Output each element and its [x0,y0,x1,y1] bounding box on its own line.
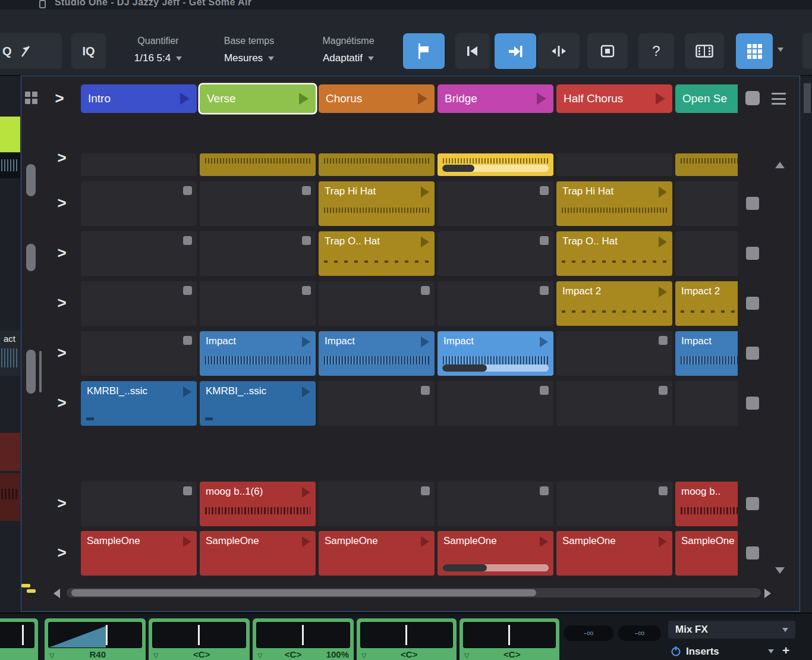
scroll-left-icon[interactable] [53,589,60,598]
scene-play-icon[interactable] [656,93,665,105]
right-scrollbar-fragment[interactable] [804,83,811,113]
clip-stop-button[interactable] [659,386,668,395]
clip-stop-button[interactable] [302,236,311,245]
scene-play-icon[interactable] [418,93,427,105]
clip-sampleone[interactable]: SampleOne [81,531,197,576]
empty-clip-slot[interactable] [200,231,316,276]
clip-play-icon[interactable] [540,337,548,347]
pan-collapse-icon[interactable] [464,649,469,659]
clip-play-icon[interactable] [302,386,310,397]
clip-stop-button[interactable] [659,336,668,345]
clip-stop-button[interactable] [302,286,311,295]
clip-stop-button[interactable] [421,486,430,495]
empty-clip-slot[interactable] [319,381,435,426]
clip-stop-button[interactable] [183,486,192,495]
clip-play-icon[interactable] [421,187,429,197]
clip-impact[interactable]: Impact [675,331,738,376]
clip-unlabeled[interactable] [675,153,738,176]
empty-clip-slot[interactable] [675,381,738,426]
scene-bridge[interactable]: Bridge [438,84,553,113]
empty-clip-slot[interactable] [438,181,553,226]
track-drag-handle[interactable] [26,350,36,394]
clip-trap-o-hat[interactable]: Trap O.. Hat [556,231,672,276]
scene-half-chorus[interactable]: Half Chorus [556,84,672,113]
track-stop-button[interactable] [746,546,759,560]
launcher-view-dropdown-icon[interactable] [778,48,783,52]
clip-moog-b[interactable]: moog b.. [675,482,738,526]
track-stop-button[interactable] [746,297,759,310]
clip-sampleone[interactable]: SampleOne [675,531,738,576]
track-drag-handle[interactable] [26,164,36,196]
clip-play-icon[interactable] [302,536,310,547]
pan-fader[interactable] [463,622,556,648]
empty-clip-slot[interactable] [81,482,197,526]
empty-clip-slot[interactable] [319,482,435,526]
clip-play-icon[interactable] [659,287,667,297]
empty-clip-slot[interactable] [675,231,738,276]
scene-list-icon[interactable] [772,93,786,105]
clip-unlabeled[interactable] [200,153,316,176]
clip-stop-button[interactable] [421,286,430,295]
clip-stop-button[interactable] [540,186,549,195]
empty-clip-slot[interactable] [81,281,197,326]
clip-stop-button[interactable] [183,336,192,345]
empty-clip-slot[interactable] [200,181,316,226]
scene-play-icon[interactable] [537,93,546,105]
clip-play-icon[interactable] [302,487,310,498]
empty-clip-slot[interactable] [200,281,316,326]
clip-stop-button[interactable] [421,386,430,395]
row-launch-chevron[interactable] [53,545,70,561]
clip-play-icon[interactable] [302,337,310,347]
clip-play-icon[interactable] [421,536,429,547]
empty-clip-slot[interactable] [556,482,672,526]
row-launch-chevron[interactable] [53,345,70,362]
scene-chorus[interactable]: Chorus [319,84,435,113]
horizontal-scrollbar[interactable] [67,588,761,598]
clip-kmrbi-ssic[interactable]: KMRBI_..ssic [200,381,316,426]
clip-stop-button[interactable] [183,286,192,295]
add-insert-button[interactable]: + [782,643,789,658]
clip-stop-button[interactable] [302,186,311,195]
scene-intro[interactable]: Intro [81,84,197,113]
empty-clip-slot[interactable] [81,231,197,276]
empty-clip-slot[interactable] [556,381,672,426]
scene-play-icon[interactable] [180,93,190,105]
empty-clip-slot[interactable] [675,181,738,226]
track-stop-button[interactable] [746,397,759,410]
empty-clip-slot[interactable] [81,181,197,226]
clip-impact-2[interactable]: Impact 2 [556,281,672,326]
empty-clip-slot[interactable] [81,153,197,176]
track-stop-button[interactable] [746,347,759,360]
cut-toolbar-button[interactable] [802,33,812,69]
scroll-up-icon[interactable] [775,162,785,168]
clip-unlabeled[interactable] [438,153,553,176]
power-icon[interactable] [671,646,681,656]
clip-stop-button[interactable] [183,236,192,245]
clip-play-icon[interactable] [659,536,667,547]
clip-stop-button[interactable] [659,486,668,495]
pan-fader[interactable] [48,622,142,648]
clip-trap-hi-hat[interactable]: Trap Hi Hat [319,181,435,226]
clip-sampleone[interactable]: SampleOne [319,531,435,576]
pan-fader[interactable] [256,622,350,648]
inserts-dropdown-icon[interactable] [768,649,774,653]
stop-all-button[interactable] [745,91,760,105]
empty-clip-slot[interactable] [438,231,553,276]
pan-collapse-icon[interactable] [49,649,54,659]
clip-sampleone[interactable]: SampleOne [556,531,672,576]
mixfx-dropdown[interactable]: Mix FX [668,621,795,639]
track-stop-button[interactable] [746,247,759,260]
row-launch-chevron[interactable] [53,245,70,262]
clip-stop-button[interactable] [183,186,192,195]
clip-impact-2[interactable]: Impact 2 [675,281,738,326]
pan-collapse-icon[interactable] [361,649,366,659]
clip-play-icon[interactable] [183,386,191,397]
row-launch-chevron[interactable] [53,395,70,411]
pan-collapse-icon[interactable] [257,649,262,659]
clip-play-icon[interactable] [421,337,429,347]
track-drag-handle[interactable] [26,244,36,271]
scroll-down-icon[interactable] [775,567,785,574]
chevron-down-icon[interactable] [782,628,788,632]
clip-sampleone[interactable]: SampleOne [438,531,553,576]
horizontal-scrollbar-handle[interactable] [71,589,536,596]
